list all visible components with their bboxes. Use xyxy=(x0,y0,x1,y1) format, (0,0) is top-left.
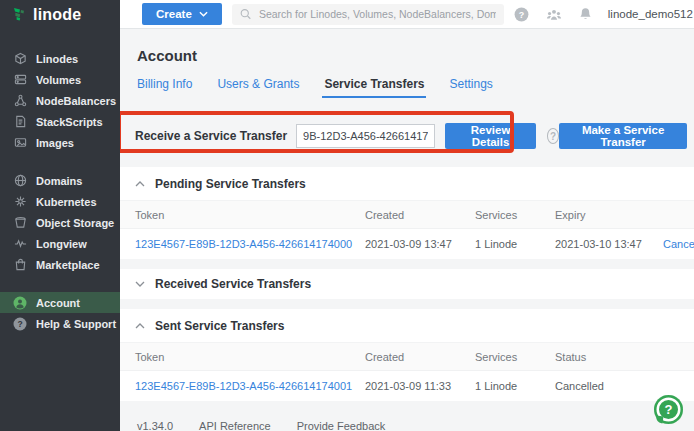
sent-transfers-header[interactable]: Sent Service Transfers xyxy=(120,309,694,343)
sidebar-item-domains[interactable]: Domains xyxy=(0,170,120,191)
sidebar-item-nodebalancers[interactable]: NodeBalancers xyxy=(0,90,120,111)
section-title: Sent Service Transfers xyxy=(155,319,284,333)
help-chat-button[interactable]: ? xyxy=(654,395,683,424)
account-icon xyxy=(13,296,27,310)
tab-bar: Billing Info Users & Grants Service Tran… xyxy=(137,77,694,98)
tab-service-transfers[interactable]: Service Transfers xyxy=(324,77,424,98)
cell-expiry: 2021-03-10 13:47 xyxy=(555,238,663,250)
table-row: 123E4567-E89B-12D3-A456-426614174000 202… xyxy=(120,229,694,259)
pending-transfers-header[interactable]: Pending Service Transfers xyxy=(120,167,694,201)
search-icon xyxy=(240,8,251,20)
column-header-expiry[interactable]: Expiry xyxy=(555,209,663,221)
pending-table-header: Token Created Services Expiry xyxy=(120,201,694,229)
review-details-button[interactable]: Review Details xyxy=(445,123,536,149)
sidebar-item-label: Kubernetes xyxy=(36,196,97,208)
column-header-token[interactable]: Token xyxy=(135,209,365,221)
help-icon[interactable]: ? xyxy=(514,6,530,22)
sidebar-item-account[interactable]: Account xyxy=(0,292,120,313)
sidebar-item-marketplace[interactable]: Marketplace xyxy=(0,254,120,275)
object-storage-icon xyxy=(13,216,27,230)
domains-icon xyxy=(13,174,27,188)
make-service-transfer-button[interactable]: Make a Service Transfer xyxy=(559,123,687,149)
images-icon xyxy=(13,136,27,150)
chevron-down-icon xyxy=(199,11,208,17)
receive-token-input[interactable] xyxy=(296,124,435,148)
logo-text: linode xyxy=(33,6,81,24)
sidebar-item-linodes[interactable]: Linodes xyxy=(0,48,120,69)
sidebar-section-gap xyxy=(0,153,120,170)
notifications-bell-icon[interactable] xyxy=(578,6,594,22)
username[interactable]: linode_demo512 xyxy=(608,8,693,20)
community-icon[interactable] xyxy=(546,6,562,22)
sidebar-item-label: Object Storage xyxy=(36,217,114,229)
cell-services: 1 Linode xyxy=(475,238,555,250)
volumes-icon xyxy=(13,73,27,87)
column-header-services[interactable]: Services xyxy=(475,351,555,363)
chevron-up-icon xyxy=(135,181,145,187)
sidebar: linode Linodes Volumes NodeBalancers xyxy=(0,0,120,431)
sidebar-nav: Linodes Volumes NodeBalancers StackScrip… xyxy=(0,29,120,334)
create-button-label: Create xyxy=(156,8,192,20)
svg-text:?: ? xyxy=(17,319,22,329)
sidebar-item-label: Domains xyxy=(36,175,82,187)
section-title: Pending Service Transfers xyxy=(155,177,306,191)
tab-users-grants[interactable]: Users & Grants xyxy=(217,77,299,98)
stackscripts-icon xyxy=(13,115,27,129)
sent-table-header: Token Created Services Status xyxy=(120,343,694,371)
linodes-icon xyxy=(13,52,27,66)
section-title: Received Service Transfers xyxy=(155,277,311,291)
api-reference-link[interactable]: API Reference xyxy=(199,420,271,431)
marketplace-icon xyxy=(13,258,27,272)
chevron-down-icon xyxy=(135,281,145,287)
cell-created: 2021-03-09 11:33 xyxy=(365,380,475,392)
sidebar-item-label: Images xyxy=(36,137,74,149)
sidebar-item-label: NodeBalancers xyxy=(36,95,116,107)
topbar-icons: ? xyxy=(514,6,594,22)
sidebar-item-label: Account xyxy=(36,297,80,309)
transfer-token-link[interactable]: 123E4567-E89B-12D3-A456-426614174000 xyxy=(135,238,365,250)
linode-logo[interactable]: linode xyxy=(0,0,120,29)
column-header-services[interactable]: Services xyxy=(475,209,555,221)
receive-transfer-label: Receive a Service Transfer xyxy=(135,129,287,143)
search-input[interactable] xyxy=(259,8,496,20)
chevron-up-icon xyxy=(135,323,145,329)
help-icon: ? xyxy=(13,317,27,331)
sidebar-item-label: Volumes xyxy=(36,74,81,86)
sidebar-item-images[interactable]: Images xyxy=(0,132,120,153)
sidebar-item-help-support[interactable]: ? Help & Support xyxy=(0,313,120,334)
linode-logo-icon xyxy=(11,7,27,23)
app-window: linode Linodes Volumes NodeBalancers xyxy=(0,0,694,431)
transfer-token-link[interactable]: 123E4567-E89B-12D3-A456-426614174001 xyxy=(135,380,365,392)
tab-billing-info[interactable]: Billing Info xyxy=(137,77,192,98)
provide-feedback-link[interactable]: Provide Feedback xyxy=(297,420,386,431)
footer: v1.34.0 API Reference Provide Feedback xyxy=(137,420,694,431)
sidebar-item-label: Longview xyxy=(36,238,87,250)
version-link[interactable]: v1.34.0 xyxy=(137,420,173,431)
column-header-created[interactable]: Created xyxy=(365,351,475,363)
page-title: Account xyxy=(137,47,694,64)
sidebar-item-label: StackScripts xyxy=(36,116,103,128)
table-row: 123E4567-E89B-12D3-A456-426614174001 202… xyxy=(120,371,694,401)
global-search[interactable] xyxy=(232,4,504,25)
cell-status: Cancelled xyxy=(555,380,663,392)
sidebar-item-kubernetes[interactable]: Kubernetes xyxy=(0,191,120,212)
sidebar-item-label: Help & Support xyxy=(36,318,116,330)
cancel-transfer-link[interactable]: Cancel xyxy=(663,238,694,250)
column-header-token[interactable]: Token xyxy=(135,351,365,363)
tab-settings[interactable]: Settings xyxy=(449,77,492,98)
received-transfers-header[interactable]: Received Service Transfers xyxy=(120,269,694,299)
svg-text:?: ? xyxy=(519,9,524,19)
sidebar-item-label: Marketplace xyxy=(36,259,100,271)
transfer-action-row: Receive a Service Transfer Review Detail… xyxy=(135,122,687,150)
receive-help-icon[interactable]: ? xyxy=(547,128,559,144)
sidebar-item-stackscripts[interactable]: StackScripts xyxy=(0,111,120,132)
received-transfers-panel: Received Service Transfers xyxy=(120,269,694,299)
column-header-status[interactable]: Status xyxy=(555,351,663,363)
column-header-created[interactable]: Created xyxy=(365,209,475,221)
create-button[interactable]: Create xyxy=(142,3,222,25)
sidebar-item-longview[interactable]: Longview xyxy=(0,233,120,254)
sidebar-item-object-storage[interactable]: Object Storage xyxy=(0,212,120,233)
question-mark-icon: ? xyxy=(665,402,673,417)
sidebar-item-volumes[interactable]: Volumes xyxy=(0,69,120,90)
nodebalancers-icon xyxy=(13,94,27,108)
